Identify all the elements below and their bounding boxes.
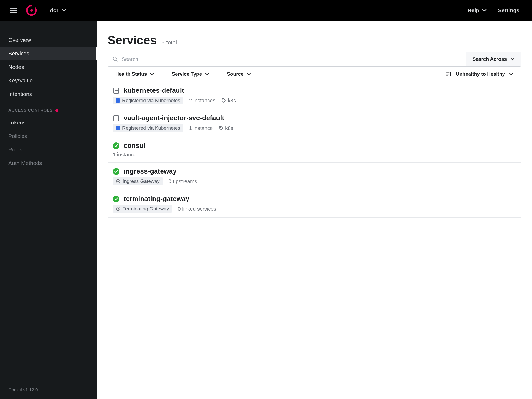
status-empty-icon: [113, 87, 119, 94]
datacenter-select[interactable]: dc1: [50, 7, 66, 14]
gateway-icon: [116, 207, 121, 211]
service-name-link[interactable]: kubernetes-default: [124, 87, 184, 95]
service-item: consul 1 instance: [108, 137, 521, 163]
chevron-down-icon: [509, 73, 513, 75]
filter-label: Source: [227, 71, 243, 77]
svg-point-4: [35, 8, 36, 9]
service-name-link[interactable]: terminating-gateway: [124, 195, 189, 203]
filter-source[interactable]: Source: [227, 71, 251, 77]
page-title-row: Services 5 total: [108, 33, 521, 47]
app-header: dc1 Help Settings: [0, 0, 532, 21]
search-input[interactable]: [122, 56, 461, 62]
consul-logo-icon: [26, 5, 37, 16]
badge-label: Registered via Kubernetes: [122, 125, 180, 131]
sidebar-item-auth-methods[interactable]: Auth Methods: [0, 156, 97, 170]
svg-line-9: [116, 60, 117, 61]
settings-label: Settings: [498, 7, 520, 14]
status-healthy-icon: [113, 142, 119, 149]
sidebar-item-roles[interactable]: Roles: [0, 143, 97, 156]
gateway-icon: [116, 179, 121, 184]
search-across-button[interactable]: Search Across: [466, 52, 521, 66]
sidebar: Overview Services Nodes Key/Value Intent…: [0, 21, 97, 399]
service-name-link[interactable]: vault-agent-injector-svc-default: [124, 114, 224, 122]
chevron-down-icon: [482, 9, 487, 12]
status-empty-icon: [113, 115, 119, 122]
header-right: Help Settings: [468, 7, 520, 14]
service-tag: k8s: [221, 98, 236, 104]
status-dot-icon: [55, 109, 58, 112]
filter-row: Health Status Service Type Source: [108, 66, 521, 82]
sidebar-item-tokens[interactable]: Tokens: [0, 116, 97, 129]
tag-icon: [218, 125, 224, 131]
page-subtitle: 5 total: [161, 39, 177, 46]
svg-rect-1: [10, 10, 17, 11]
menu-icon: [10, 8, 17, 13]
sort-label: Unhealthy to Healthy: [456, 71, 505, 77]
instances-count: 0 linked services: [178, 206, 216, 212]
service-tag: k8s: [218, 125, 233, 131]
tag-label: k8s: [228, 98, 236, 104]
badge-label: Ingress Gateway: [123, 178, 160, 184]
service-name-link[interactable]: ingress-gateway: [124, 167, 177, 175]
badge-label: Registered via Kubernetes: [122, 98, 180, 103]
badge-label: Terminating Gateway: [123, 206, 169, 212]
chevron-down-icon: [150, 73, 154, 75]
sort-icon: [446, 71, 452, 77]
instances-count: 1 instance: [189, 125, 213, 131]
chevron-down-icon: [247, 73, 251, 75]
settings-link[interactable]: Settings: [498, 7, 520, 14]
menu-button[interactable]: [9, 6, 18, 15]
consul-logo[interactable]: [26, 5, 37, 16]
help-menu[interactable]: Help: [468, 7, 487, 14]
filter-label: Health Status: [115, 71, 147, 77]
datacenter-label: dc1: [50, 7, 59, 14]
svg-point-7: [34, 13, 35, 14]
sidebar-item-keyvalue[interactable]: Key/Value: [0, 74, 97, 87]
tag-label: k8s: [225, 125, 233, 131]
service-item: vault-agent-injector-svc-default Registe…: [108, 109, 521, 137]
sidebar-item-overview[interactable]: Overview: [0, 33, 97, 47]
service-name-link[interactable]: consul: [124, 142, 145, 150]
service-item: ingress-gateway Ingress Gateway 0 upstre…: [108, 163, 521, 190]
svg-point-14: [220, 127, 221, 128]
filter-service-type[interactable]: Service Type: [172, 71, 209, 77]
chevron-down-icon: [62, 9, 66, 12]
service-list: kubernetes-default Registered via Kubern…: [108, 82, 521, 218]
service-item: kubernetes-default Registered via Kubern…: [108, 82, 521, 109]
sidebar-footer: Consul v1.12.0: [0, 381, 97, 399]
status-healthy-icon: [113, 196, 119, 202]
svg-point-3: [30, 9, 33, 12]
status-healthy-icon: [113, 168, 119, 175]
svg-rect-0: [10, 8, 17, 9]
sidebar-item-policies[interactable]: Policies: [0, 129, 97, 143]
instances-count: 2 instances: [189, 98, 215, 104]
sidebar-item-intentions[interactable]: Intentions: [0, 87, 97, 101]
k8s-registered-badge: Registered via Kubernetes: [113, 97, 183, 104]
version-label: Consul v1.12.0: [8, 388, 38, 393]
svg-point-6: [35, 11, 36, 12]
svg-point-8: [113, 57, 116, 60]
section-title-label: ACCESS CONTROLS: [8, 108, 53, 113]
svg-rect-2: [10, 12, 17, 13]
filter-health-status[interactable]: Health Status: [115, 71, 154, 77]
sidebar-item-services[interactable]: Services: [0, 47, 97, 60]
search-bar: Search Across: [108, 52, 521, 66]
sidebar-item-nodes[interactable]: Nodes: [0, 60, 97, 74]
page-title: Services: [108, 33, 157, 47]
svg-point-5: [35, 10, 36, 11]
chevron-down-icon: [510, 58, 515, 61]
search-across-label: Search Across: [473, 56, 507, 62]
kubernetes-icon: [116, 98, 120, 103]
k8s-registered-badge: Registered via Kubernetes: [113, 124, 183, 132]
sort-control[interactable]: Unhealthy to Healthy: [446, 71, 513, 77]
search-input-wrap: [108, 52, 466, 66]
instances-count: 0 upstreams: [169, 178, 197, 184]
main-content: Services 5 total Search Across Health St…: [97, 21, 532, 399]
kubernetes-icon: [116, 126, 120, 130]
gateway-badge: Ingress Gateway: [113, 177, 163, 185]
service-item: terminating-gateway Terminating Gateway …: [108, 190, 521, 218]
sidebar-section-access-controls: ACCESS CONTROLS: [0, 101, 97, 116]
gateway-badge: Terminating Gateway: [113, 205, 172, 213]
search-icon: [112, 56, 118, 62]
filter-label: Service Type: [172, 71, 202, 77]
